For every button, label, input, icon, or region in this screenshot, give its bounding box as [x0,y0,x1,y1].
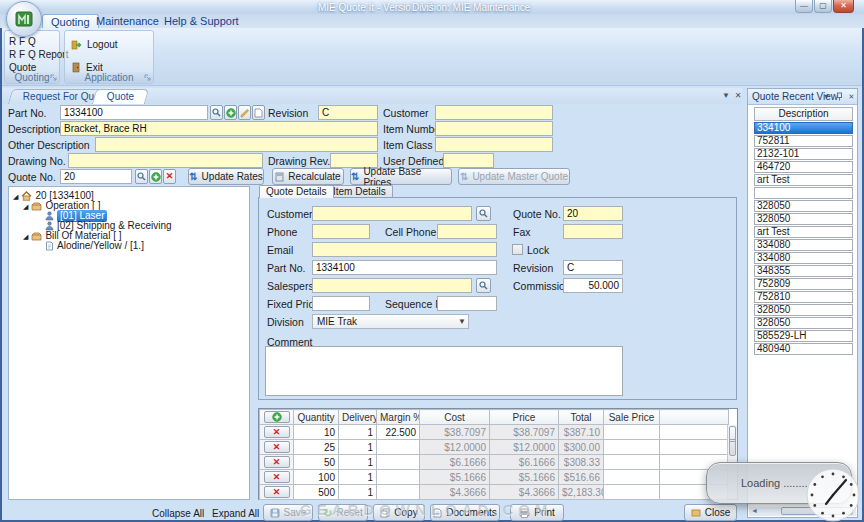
customer-lookup-button[interactable] [476,206,491,221]
menu-item-rfq[interactable]: R F Q [9,36,36,47]
delete-row-button[interactable]: ✕ [264,441,290,453]
chevron-down-icon[interactable]: ▼ [821,92,832,102]
cell-delivery[interactable]: 1 [339,440,377,455]
cell-delivery[interactable]: 1 [339,470,377,485]
item-class-field[interactable] [435,137,553,152]
fax-field[interactable] [563,224,623,239]
delete-row-button[interactable]: ✕ [264,426,290,438]
list-item[interactable]: 585529-LH [754,330,853,342]
close-panel-icon[interactable]: ✕ [846,92,857,102]
cell-margin[interactable] [377,455,420,470]
col-delivery[interactable]: Delivery [339,410,377,425]
drawing-no-field[interactable] [68,153,263,168]
cell-quantity[interactable]: 50 [294,455,339,470]
quote-add-button[interactable] [149,169,162,184]
tab-help-support[interactable]: Help & Support [156,14,247,28]
cell-delivery[interactable]: 1 [339,455,377,470]
quote-delete-button[interactable]: ✕ [163,169,176,184]
list-item[interactable]: art Test [754,174,853,186]
col-sale-price[interactable]: Sale Price [604,410,660,425]
scroll-left-arrow-icon[interactable]: ◄ [751,507,758,514]
list-item[interactable]: 480940 [754,343,853,355]
part-edit-button[interactable] [238,105,251,120]
maximize-button[interactable]: ▢ [814,0,832,13]
close-window-button[interactable]: ✕ [833,0,854,13]
detail-customer-field[interactable] [312,206,472,221]
list-item[interactable]: 328050 [754,213,853,225]
detail-revision-field[interactable]: C [563,260,623,275]
list-item[interactable]: art Test [754,226,853,238]
part-no-field[interactable]: 1334100 [60,105,208,120]
add-row-button[interactable] [264,411,290,423]
cell-quantity[interactable]: 25 [294,440,339,455]
copy-button[interactable]: Copy [373,504,425,521]
cell-sale-price[interactable] [604,440,660,455]
tab-quote-document[interactable]: Quote [92,89,150,104]
expand-arrow-icon[interactable]: ◢ [23,233,28,240]
list-item[interactable]: 2132-101 [754,148,853,160]
cell-margin[interactable] [377,485,420,500]
cell-sale-price[interactable] [604,425,660,440]
dialog-launcher-icon[interactable] [144,74,152,82]
tree-node-bom-alodine[interactable]: Alodine/Yellow / [1.] [45,240,144,252]
comment-textarea[interactable] [265,346,623,396]
division-dropdown[interactable]: MIE Trak▼ [312,314,469,329]
menu-item-rfq-report[interactable]: R F Q Report [9,49,68,60]
sequence-no-field[interactable] [437,296,497,311]
list-item[interactable]: 334100 [754,122,853,134]
update-rates-button[interactable]: ⇅Update Rates [188,168,264,185]
item-number-field[interactable] [435,121,553,136]
col-quantity[interactable]: Quantity [294,410,339,425]
salesperson-field[interactable] [312,278,472,293]
phone-field[interactable] [312,224,370,239]
salesperson-lookup-button[interactable] [476,278,491,293]
cell-sale-price[interactable] [604,455,660,470]
logout-button[interactable]: Logout [71,39,118,50]
quote-no-field[interactable]: 20 [60,169,132,184]
customer-field[interactable] [435,105,553,120]
col-margin[interactable]: Margin % [377,410,420,425]
list-item[interactable]: 328050 [754,200,853,212]
recent-column-header[interactable]: Description [754,107,853,121]
cell-quantity[interactable]: 100 [294,470,339,485]
close-document-icon[interactable]: ✕ [732,91,744,102]
list-item[interactable]: 752810 [754,291,853,303]
expand-arrow-icon[interactable]: ◢ [23,203,28,210]
email-field[interactable] [312,242,497,257]
revision-field[interactable]: C [318,105,378,120]
documents-button[interactable]: Documents [430,504,500,521]
delete-row-button[interactable]: ✕ [264,456,290,468]
pin-icon[interactable] [834,92,845,102]
col-price[interactable]: Price [490,410,559,425]
collapse-all-link[interactable]: Collapse All [152,508,204,519]
detail-quote-no-field[interactable]: 20 [563,206,623,221]
cell-sale-price[interactable] [604,470,660,485]
cell-delivery[interactable]: 1 [339,425,377,440]
application-menu-button[interactable] [6,1,42,37]
minimize-button[interactable]: — [795,0,813,13]
cell-margin[interactable] [377,470,420,485]
list-item[interactable]: 348355 [754,265,853,277]
cell-margin[interactable]: 22.500 [377,425,420,440]
dialog-launcher-icon[interactable] [50,74,58,82]
list-item[interactable]: 334080 [754,239,853,251]
list-item[interactable]: 334080 [754,252,853,264]
cell-sale-price[interactable] [604,485,660,500]
cell-delivery[interactable]: 1 [339,485,377,500]
description-field[interactable]: Bracket, Brace RH [60,121,378,136]
col-cost[interactable]: Cost [420,410,490,425]
tab-quote-details[interactable]: Quote Details [259,185,334,198]
fixed-price-field[interactable] [312,296,370,311]
update-base-prices-button[interactable]: ⇅Update Base Prices [350,168,452,185]
part-lookup-button[interactable] [210,105,223,120]
close-button[interactable]: Close [684,504,737,521]
col-total[interactable]: Total [559,410,604,425]
quote-lookup-button[interactable] [135,169,148,184]
list-item[interactable]: 752811 [754,135,853,147]
part-add-button[interactable] [224,105,237,120]
delete-row-button[interactable]: ✕ [264,486,290,498]
list-item[interactable]: 464720 [754,161,853,173]
other-description-field[interactable] [95,137,378,152]
commission-field[interactable]: 50.000 [563,278,623,293]
part-copy-button[interactable] [252,105,265,120]
